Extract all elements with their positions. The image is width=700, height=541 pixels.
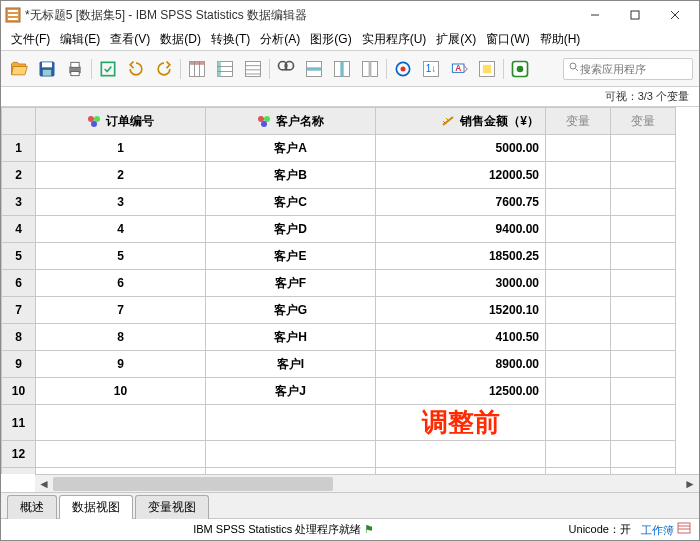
cell-empty[interactable] (546, 243, 611, 270)
cell-name[interactable]: 客户F (206, 270, 376, 297)
cell-empty[interactable] (611, 216, 676, 243)
row-header[interactable]: 13 (2, 468, 36, 475)
cell-empty[interactable] (546, 378, 611, 405)
table-row[interactable]: 22客户B12000.50 (2, 162, 676, 189)
tab-dataview[interactable]: 数据视图 (59, 495, 133, 519)
row-header[interactable]: 4 (2, 216, 36, 243)
cell-empty[interactable] (611, 378, 676, 405)
header-var-2[interactable]: 变量 (611, 108, 676, 135)
find-icon[interactable] (274, 57, 298, 81)
cell-empty[interactable] (546, 189, 611, 216)
open-icon[interactable] (7, 57, 31, 81)
redo-icon[interactable] (152, 57, 176, 81)
cell-empty[interactable] (546, 162, 611, 189)
tab-varview[interactable]: 变量视图 (135, 495, 209, 519)
weight-icon[interactable] (391, 57, 415, 81)
cell-order[interactable]: 1 (36, 135, 206, 162)
table-row[interactable]: 1010客户J12500.00 (2, 378, 676, 405)
cell-order[interactable]: 7 (36, 297, 206, 324)
cell-empty[interactable] (546, 297, 611, 324)
run-icon[interactable] (508, 57, 532, 81)
row-header[interactable]: 10 (2, 378, 36, 405)
menu-file[interactable]: 文件(F) (7, 30, 54, 49)
cell-empty[interactable] (206, 441, 376, 468)
cell-empty[interactable] (611, 189, 676, 216)
cell-order[interactable]: 9 (36, 351, 206, 378)
row-header[interactable]: 12 (2, 441, 36, 468)
insert-var-icon[interactable] (330, 57, 354, 81)
menu-utilities[interactable]: 实用程序(U) (358, 30, 431, 49)
cell-empty[interactable] (546, 405, 611, 441)
row-header[interactable]: 5 (2, 243, 36, 270)
table-row[interactable]: 99客户I8900.00 (2, 351, 676, 378)
cell-empty[interactable] (546, 270, 611, 297)
cell-name[interactable]: 客户G (206, 297, 376, 324)
menu-transform[interactable]: 转换(T) (207, 30, 254, 49)
cell-empty[interactable] (611, 243, 676, 270)
cell-empty[interactable] (546, 216, 611, 243)
menu-window[interactable]: 窗口(W) (482, 30, 533, 49)
table-row[interactable]: 66客户F3000.00 (2, 270, 676, 297)
table-row[interactable]: 12 (2, 441, 676, 468)
horizontal-scrollbar[interactable]: ◄ ► (35, 474, 699, 492)
table-row[interactable]: 88客户H4100.50 (2, 324, 676, 351)
cell-empty[interactable] (611, 270, 676, 297)
cell-name[interactable]: 客户C (206, 189, 376, 216)
cell-order[interactable]: 10 (36, 378, 206, 405)
cell-order[interactable]: 6 (36, 270, 206, 297)
row-header[interactable]: 2 (2, 162, 36, 189)
variables-icon[interactable] (241, 57, 265, 81)
cell-empty[interactable] (546, 324, 611, 351)
cell-amount[interactable]: 4100.50 (376, 324, 546, 351)
table-row[interactable]: 55客户E18500.25 (2, 243, 676, 270)
row-header[interactable]: 9 (2, 351, 36, 378)
menu-graphs[interactable]: 图形(G) (306, 30, 355, 49)
cell-amount[interactable]: 15200.10 (376, 297, 546, 324)
table-row[interactable]: 11客户A5000.00 (2, 135, 676, 162)
row-header[interactable]: 8 (2, 324, 36, 351)
goto-case-icon[interactable] (185, 57, 209, 81)
scroll-thumb[interactable] (53, 477, 333, 491)
cell-empty[interactable] (611, 405, 676, 441)
cell-empty[interactable] (611, 441, 676, 468)
menu-extensions[interactable]: 扩展(X) (432, 30, 480, 49)
recall-icon[interactable] (96, 57, 120, 81)
header-amount[interactable]: 销售金额（¥） (376, 108, 546, 135)
menu-help[interactable]: 帮助(H) (536, 30, 585, 49)
value-labels-icon[interactable]: A (447, 57, 471, 81)
split-icon[interactable] (358, 57, 382, 81)
cell-empty[interactable] (611, 135, 676, 162)
row-header[interactable]: 11 (2, 405, 36, 441)
cell-order[interactable]: 2 (36, 162, 206, 189)
select-cases-icon[interactable]: 1↓ (419, 57, 443, 81)
cell-empty[interactable] (546, 135, 611, 162)
use-sets-icon[interactable] (475, 57, 499, 81)
table-row[interactable]: 11调整前 (2, 405, 676, 441)
cell-empty[interactable] (611, 351, 676, 378)
header-var-1[interactable]: 变量 (546, 108, 611, 135)
cell-empty[interactable] (206, 405, 376, 441)
table-row[interactable]: 44客户D9400.00 (2, 216, 676, 243)
insert-case-icon[interactable] (302, 57, 326, 81)
cell-empty[interactable] (611, 324, 676, 351)
scroll-left-icon[interactable]: ◄ (35, 475, 53, 492)
cell-empty[interactable] (546, 441, 611, 468)
tab-overview[interactable]: 概述 (7, 495, 57, 519)
undo-icon[interactable] (124, 57, 148, 81)
maximize-button[interactable] (615, 1, 655, 29)
goto-var-icon[interactable] (213, 57, 237, 81)
cell-empty[interactable] (376, 441, 546, 468)
row-header[interactable]: 3 (2, 189, 36, 216)
row-header[interactable]: 1 (2, 135, 36, 162)
menu-view[interactable]: 查看(V) (106, 30, 154, 49)
cell-empty[interactable] (611, 162, 676, 189)
row-header[interactable]: 6 (2, 270, 36, 297)
cell-amount[interactable]: 8900.00 (376, 351, 546, 378)
header-order[interactable]: 订单编号 (36, 108, 206, 135)
minimize-button[interactable] (575, 1, 615, 29)
cell-name[interactable]: 客户J (206, 378, 376, 405)
cell-name[interactable]: 客户A (206, 135, 376, 162)
cell-empty[interactable] (546, 351, 611, 378)
menu-data[interactable]: 数据(D) (156, 30, 205, 49)
cell-order[interactable]: 4 (36, 216, 206, 243)
